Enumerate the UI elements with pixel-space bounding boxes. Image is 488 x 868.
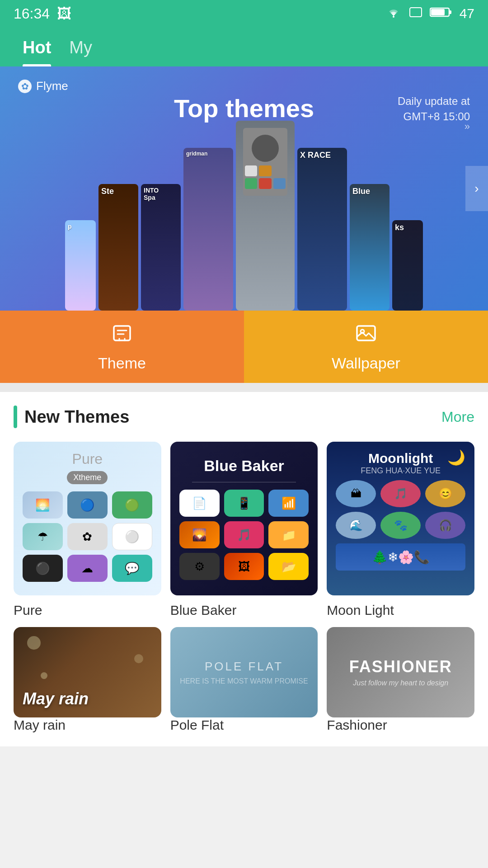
pure-icon-8: ☁	[67, 555, 108, 582]
ml-title: Moonlight	[336, 451, 465, 466]
app-header: Hot My	[0, 27, 488, 66]
theme-name-pole-flat: Pole Flat	[170, 717, 318, 733]
banner-double-arrows: »	[465, 121, 470, 132]
wallpaper-label: Wallpaper	[332, 354, 400, 372]
new-themes-section: New Themes More Pure Xtheme 🌅 🔵 🟢 ☂ ✿ ⚪	[0, 392, 488, 746]
svg-rect-1	[410, 8, 422, 17]
ml-moon: 🌙	[447, 449, 465, 466]
action-buttons: Theme Wallpaper	[0, 311, 488, 383]
phone-card-8: ks	[392, 220, 423, 311]
status-bar: 16:34 🖼 47	[0, 0, 488, 27]
section-header: New Themes More	[14, 406, 474, 428]
bb-icon-6: 📁	[268, 521, 309, 548]
wallpaper-icon	[354, 321, 378, 348]
pf-title: POLE FLAT	[205, 660, 283, 674]
battery-percent: 47	[460, 6, 474, 21]
bb-icon-grid: 📄 📱 📶 🌄 🎵 📁 ⚙ 🖼 📂	[179, 490, 309, 580]
bb-icon-9: 📂	[268, 553, 309, 580]
gallery-icon: 🖼	[57, 5, 71, 22]
theme-item-fashioner[interactable]: FASHIONER Just follow my heart to design…	[327, 627, 474, 733]
top-themes-banner[interactable]: Flyme Top themes ⌄ Daily update atGMT+8 …	[0, 66, 488, 311]
battery-icon	[430, 6, 452, 22]
theme-thumbnail-pole-flat: POLE FLAT HERE IS THE MOST WARM PROMISE	[170, 627, 318, 717]
svg-rect-5	[114, 326, 130, 340]
pure-icon-3: 🟢	[112, 491, 152, 519]
phone-card-7: Blue	[350, 184, 389, 311]
theme-item-pole-flat[interactable]: POLE FLAT HERE IS THE MOST WARM PROMISE …	[170, 627, 318, 733]
ml-snow-scene: 🌲❄🌸📞	[336, 543, 465, 571]
ml-icon-1: 🏔	[336, 480, 376, 507]
pure-icon-1: 🌅	[23, 491, 63, 519]
wallpaper-button[interactable]: Wallpaper	[244, 311, 488, 383]
theme-name-may-rain: May rain	[14, 717, 161, 733]
theme-item-moonlight[interactable]: 🌙 Moonlight FENG HUA·XUE YUE 🏔 🎵 😊 🌊 🐾 🎧…	[327, 442, 474, 618]
banner-wrapper: Flyme Top themes ⌄ Daily update atGMT+8 …	[0, 66, 488, 383]
pure-icon-5: ✿	[67, 523, 108, 550]
flyme-icon	[18, 80, 32, 93]
pure-theme-title: Pure	[72, 451, 103, 467]
bb-icon-4: 🌄	[179, 521, 220, 548]
phone-card-4: gridman	[183, 148, 233, 311]
tab-my[interactable]: My	[60, 32, 101, 66]
banner-next-arrow[interactable]: ›	[465, 166, 488, 211]
phone-card-5	[236, 121, 295, 311]
theme-item-blue-baker[interactable]: Blue Baker 📄 📱 📶 🌄 🎵 📁 ⚙ 🖼 📂	[170, 442, 318, 618]
ml-subtitle: FENG HUA·XUE YUE	[336, 466, 465, 476]
pure-icon-9: 💬	[112, 555, 152, 582]
phone-card-2: Ste	[99, 184, 138, 311]
theme-item-pure[interactable]: Pure Xtheme 🌅 🔵 🟢 ☂ ✿ ⚪ ⚫ ☁ 💬 Pure	[14, 442, 161, 618]
pure-icon-4: ☂	[23, 523, 63, 550]
theme-name-blue-baker: Blue Baker	[170, 603, 318, 618]
banner-update-info: Daily update atGMT+8 15:00	[398, 94, 470, 124]
ml-icon-6: 🎧	[425, 512, 465, 539]
banner-title: Top themes	[174, 94, 314, 123]
svg-rect-6	[357, 326, 375, 340]
theme-thumbnail-moonlight: 🌙 Moonlight FENG HUA·XUE YUE 🏔 🎵 😊 🌊 🐾 🎧…	[327, 442, 474, 595]
theme-label: Theme	[98, 354, 146, 372]
time-display: 16:34	[14, 5, 50, 22]
bb-icon-3: 📶	[268, 490, 309, 517]
banner-phones: p Ste INTOSpa gridman	[41, 121, 447, 311]
theme-thumbnail-may-rain: May rain	[14, 627, 161, 717]
ml-icon-grid: 🏔 🎵 😊 🌊 🐾 🎧	[336, 480, 465, 539]
theme-grid-row2: May rain May rain POLE FLAT HERE IS THE …	[14, 627, 474, 733]
theme-name-moonlight: Moon Light	[327, 603, 474, 618]
ml-icon-2: 🎵	[380, 480, 421, 507]
theme-icon	[110, 321, 134, 348]
phone-card-6: X RACE	[297, 148, 347, 311]
flyme-label: Flyme	[36, 79, 68, 93]
theme-item-may-rain[interactable]: May rain May rain	[14, 627, 161, 733]
theme-name-pure: Pure	[14, 603, 161, 618]
pure-icon-6: ⚪	[112, 523, 152, 550]
svg-point-0	[393, 16, 394, 18]
theme-thumbnail-pure: Pure Xtheme 🌅 🔵 🟢 ☂ ✿ ⚪ ⚫ ☁ 💬	[14, 442, 161, 595]
bb-icon-7: ⚙	[179, 553, 220, 580]
section-divider	[0, 383, 488, 392]
flyme-brand: Flyme	[18, 79, 68, 93]
theme-button[interactable]: Theme	[0, 311, 244, 383]
sim-icon	[409, 6, 422, 22]
may-rain-text: May rain	[23, 689, 89, 708]
ml-icon-5: 🐾	[380, 512, 421, 539]
snow-tree: 🌲❄🌸📞	[336, 543, 465, 571]
pure-icon-7: ⚫	[23, 555, 63, 582]
fashioner-title: FASHIONER	[349, 657, 452, 676]
phone-card-1: p	[65, 220, 96, 311]
theme-thumbnail-fashioner: FASHIONER Just follow my heart to design	[327, 627, 474, 717]
pure-badge: Xtheme	[67, 471, 108, 484]
bb-icon-8: 🖼	[224, 553, 264, 580]
section-accent-bar	[14, 406, 17, 428]
section-title-group: New Themes	[14, 406, 129, 428]
section-title: New Themes	[24, 407, 129, 427]
theme-name-fashioner: Fashioner	[327, 717, 474, 733]
tab-bar: Hot My	[0, 32, 488, 66]
tab-hot[interactable]: Hot	[14, 32, 60, 66]
svg-point-7	[361, 330, 364, 333]
ml-icon-3: 😊	[425, 480, 465, 507]
ml-icon-4: 🌊	[336, 512, 376, 539]
more-button[interactable]: More	[441, 409, 474, 425]
svg-rect-3	[449, 10, 451, 14]
phone-card-3: INTOSpa	[141, 184, 181, 311]
wifi-icon	[385, 6, 402, 22]
bb-icon-1: 📄	[179, 490, 220, 517]
